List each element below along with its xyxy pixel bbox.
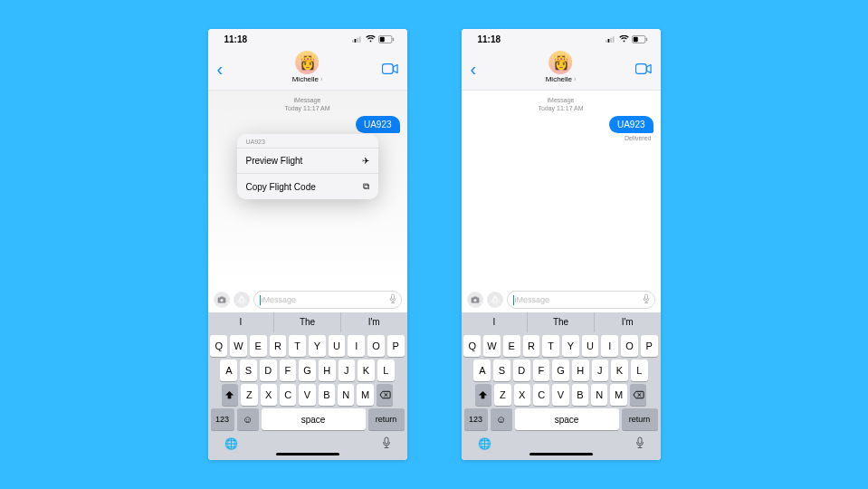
key-c[interactable]: C	[533, 384, 549, 406]
key-h[interactable]: H	[572, 360, 589, 381]
key-e[interactable]: E	[503, 335, 520, 357]
globe-key[interactable]: 🌐	[478, 437, 491, 450]
key-m[interactable]: M	[610, 384, 626, 406]
suggestion[interactable]: I	[208, 312, 274, 332]
key-r[interactable]: R	[523, 335, 540, 357]
context-menu-preview-flight[interactable]: Preview Flight ✈	[237, 148, 378, 173]
emoji-key[interactable]: ☺	[237, 408, 259, 430]
key-w[interactable]: W	[483, 335, 501, 357]
globe-key[interactable]: 🌐	[224, 437, 238, 450]
sent-message-bubble[interactable]: UA923	[356, 116, 400, 133]
space-key[interactable]: space	[262, 408, 366, 430]
key-a[interactable]: A	[220, 360, 237, 381]
key-w[interactable]: W	[230, 335, 247, 357]
home-indicator[interactable]	[529, 453, 593, 455]
key-x[interactable]: X	[514, 384, 530, 406]
shift-key[interactable]	[475, 384, 491, 406]
key-m[interactable]: M	[357, 384, 373, 406]
key-f[interactable]: F	[533, 360, 550, 381]
emoji-key[interactable]: ☺	[491, 408, 512, 430]
key-s[interactable]: S	[240, 360, 257, 381]
key-d[interactable]: D	[260, 360, 277, 381]
key-b[interactable]: B	[572, 384, 588, 406]
camera-button[interactable]	[467, 292, 483, 308]
key-t[interactable]: T	[542, 335, 559, 357]
home-indicator[interactable]	[276, 453, 339, 455]
key-q[interactable]: Q	[210, 335, 227, 357]
conversation-area[interactable]: iMessageToday 11:17 AM UA923 Delivered	[462, 91, 661, 288]
camera-button[interactable]	[214, 292, 230, 308]
dictation-icon[interactable]	[643, 294, 650, 306]
app-store-button[interactable]	[234, 292, 250, 308]
message-input[interactable]: iMessage	[507, 291, 655, 309]
message-input[interactable]: iMessage	[253, 291, 402, 309]
key-i[interactable]: I	[348, 335, 365, 357]
key-h[interactable]: H	[319, 360, 336, 381]
key-o[interactable]: O	[367, 335, 385, 357]
suggestion[interactable]: The	[527, 312, 594, 332]
key-s[interactable]: S	[493, 360, 510, 381]
dictation-key[interactable]	[382, 436, 391, 452]
suggestion[interactable]: I	[462, 312, 528, 332]
shift-key[interactable]	[222, 384, 238, 406]
backspace-key[interactable]	[630, 384, 646, 406]
return-key[interactable]: return	[622, 408, 658, 430]
numbers-key[interactable]: 123	[211, 408, 234, 430]
key-v[interactable]: V	[552, 384, 568, 406]
key-b[interactable]: B	[319, 384, 335, 406]
key-p[interactable]: P	[641, 335, 658, 357]
svg-rect-24	[644, 294, 647, 300]
key-y[interactable]: Y	[562, 335, 579, 357]
key-e[interactable]: E	[250, 335, 267, 357]
wifi-icon	[619, 35, 629, 43]
key-i[interactable]: I	[601, 335, 618, 357]
key-p[interactable]: P	[387, 335, 405, 357]
key-v[interactable]: V	[299, 384, 315, 406]
key-j[interactable]: J	[339, 360, 356, 381]
dictation-key[interactable]	[635, 436, 644, 452]
key-j[interactable]: J	[592, 360, 609, 381]
app-store-button[interactable]	[487, 292, 503, 308]
back-button[interactable]: ‹	[471, 59, 477, 80]
key-g[interactable]: G	[299, 360, 316, 381]
contact-info[interactable]: Michelle	[292, 51, 323, 83]
airplane-icon: ✈	[362, 156, 369, 166]
key-l[interactable]: L	[377, 360, 395, 381]
suggestion[interactable]: I'm	[594, 312, 661, 332]
key-u[interactable]: U	[329, 335, 346, 357]
context-menu-copy-flight-code[interactable]: Copy Flight Code ⧉	[237, 173, 378, 199]
backspace-key[interactable]	[377, 384, 393, 406]
key-o[interactable]: O	[621, 335, 638, 357]
key-d[interactable]: D	[513, 360, 530, 381]
key-f[interactable]: F	[280, 360, 297, 381]
key-l[interactable]: L	[631, 360, 648, 381]
key-t[interactable]: T	[289, 335, 306, 357]
suggestion[interactable]: The	[273, 312, 340, 332]
facetime-button[interactable]	[635, 62, 652, 78]
key-n[interactable]: N	[338, 384, 354, 406]
key-r[interactable]: R	[270, 335, 287, 357]
space-key[interactable]: space	[515, 408, 619, 430]
key-k[interactable]: K	[611, 360, 628, 381]
key-z[interactable]: Z	[494, 384, 510, 406]
contact-info[interactable]: Michelle	[546, 51, 577, 83]
key-x[interactable]: X	[261, 384, 277, 406]
facetime-button[interactable]	[382, 62, 398, 78]
sent-message-bubble[interactable]: UA923	[609, 116, 653, 133]
key-y[interactable]: Y	[309, 335, 326, 357]
dictation-icon[interactable]	[389, 294, 396, 306]
conversation-area[interactable]: iMessageToday 11:17 AM UA923 UA923 Previ…	[208, 91, 407, 288]
key-n[interactable]: N	[591, 384, 607, 406]
return-key[interactable]: return	[368, 408, 405, 430]
back-button[interactable]: ‹	[217, 59, 224, 80]
key-u[interactable]: U	[582, 335, 599, 357]
key-g[interactable]: G	[552, 360, 569, 381]
suggestion[interactable]: I'm	[340, 312, 407, 332]
key-z[interactable]: Z	[241, 384, 257, 406]
numbers-key[interactable]: 123	[464, 408, 488, 430]
key-a[interactable]: A	[473, 360, 491, 381]
key-q[interactable]: Q	[463, 335, 481, 357]
svg-rect-15	[610, 38, 612, 43]
key-k[interactable]: K	[358, 360, 375, 381]
key-c[interactable]: C	[280, 384, 296, 406]
